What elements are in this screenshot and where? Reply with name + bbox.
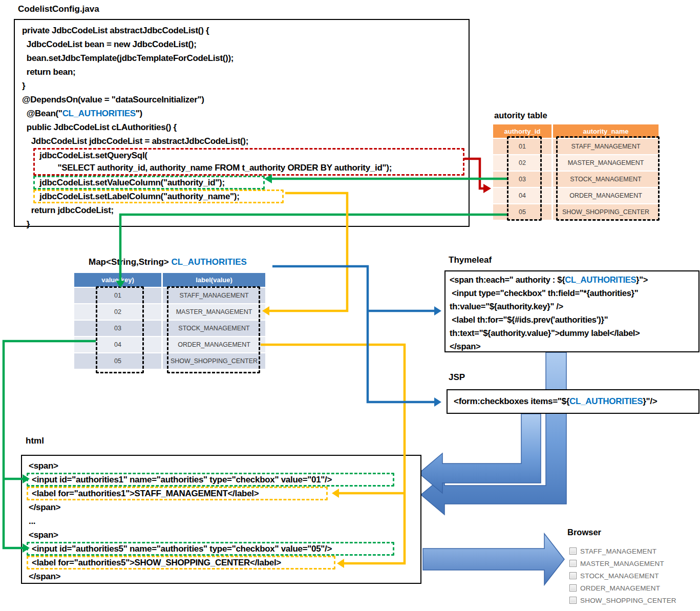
map-key-column-highlight — [96, 286, 144, 373]
codelistconfig-box: private JdbcCodeList abstractJdbcCodeLis… — [14, 19, 470, 227]
code-line: JdbcCodeList jdbcCodeList = abstractJdbc… — [22, 134, 469, 148]
label5-row: <label for="authorities5">SHOW_SHOPPING_… — [29, 556, 420, 570]
html-line: <span> — [29, 528, 420, 542]
thymeleaf-line: th:text="${authority.value}">dummy label… — [450, 326, 698, 340]
checkbox-icon[interactable] — [569, 572, 577, 579]
thymeleaf-line: <label th:for="${#ids.prev('authorities'… — [450, 313, 698, 326]
jsp-to-html-arrow — [419, 414, 541, 493]
jsp-line: <form:checkboxes items="${CL_AUTHORITIES… — [448, 390, 698, 413]
input1-highlight-box: <input id="authorities1" name="authoriti… — [27, 473, 394, 487]
diagram-canvas: CodelistConfig.java private JdbcCodeList… — [0, 0, 700, 611]
bean-ref: CL_AUTHORITIES — [569, 396, 643, 406]
html-to-browser-arrow — [423, 534, 564, 585]
html-box: <span> <input id="authorities1" name="au… — [21, 455, 421, 584]
table-header-row: value(key) label(value) — [74, 273, 265, 287]
code-line: @DependsOn(value = "dataSourceInitialize… — [22, 93, 469, 107]
checkbox-label[interactable]: ORDER_MANAGEMENT — [580, 584, 660, 592]
code-line: return bean; — [22, 65, 469, 79]
html-line: <input id="authorities5" name="authoriti… — [32, 543, 389, 554]
code-line-bean: @Bean("CL_AUTHORITIES") — [22, 107, 469, 120]
checkbox-label[interactable]: SHOW_SHOPPING_CENTER — [580, 597, 676, 604]
code-line: return jdbcCodeList; — [22, 203, 469, 217]
html-line: ... — [29, 514, 420, 528]
label-column-highlight-box: jdbcCodeList.setLabelColumn("authority_n… — [33, 189, 284, 203]
input5-highlight-box: <input id="authorities5" name="authoriti… — [27, 542, 394, 556]
code-line: } — [22, 79, 469, 93]
thymeleaf-title: Thymeleaf — [449, 255, 492, 265]
checkbox-icon[interactable] — [569, 560, 577, 567]
authority-id-column-highlight — [507, 136, 542, 221]
checkbox-icon[interactable] — [569, 547, 577, 555]
code-line: jdbcCodeList.setQuerySql( — [39, 150, 458, 162]
thymeleaf-line: <input type="checkbox" th:field="*{autho… — [450, 286, 698, 300]
map-title-bean-name: CL_AUTHORITIES — [172, 257, 247, 267]
html-line: <label for="authorities1">STAFF_MANAGEME… — [32, 488, 323, 499]
browser-title: Browser — [567, 528, 601, 537]
value-column-highlight-box: jdbcCodeList.setValueColumn("authority_i… — [33, 176, 265, 189]
list-item: STOCK_MANAGEMENT — [569, 570, 676, 582]
code-line: JdbcCodeList bean = new JdbcCodeList(); — [22, 37, 469, 51]
list-item: MASTER_MANAGEMENT — [569, 557, 676, 570]
html-title: html — [26, 436, 44, 446]
checkbox-icon[interactable] — [569, 597, 577, 604]
label1-row: <label for="authorities1">STAFF_MANAGEME… — [29, 487, 420, 500]
checkbox-label[interactable]: MASTER_MANAGEMENT — [580, 560, 664, 567]
html-line: <label for="authorities5">SHOW_SHOPPING_… — [32, 557, 330, 568]
col-header-label-value: label(value) — [163, 273, 265, 287]
map-title-type: Map<String,String> — [89, 257, 172, 267]
thymeleaf-box: <span th:each=" authority : ${CL_AUTHORI… — [444, 270, 699, 352]
list-item: STAFF_MANAGEMENT — [569, 545, 676, 557]
list-item: ORDER_MANAGEMENT — [569, 582, 676, 594]
browser-checkbox-list: STAFF_MANAGEMENT MASTER_MANAGEMENT STOCK… — [569, 545, 676, 606]
query-sql-highlight-box: jdbcCodeList.setQuerySql( "SELECT author… — [33, 148, 464, 176]
code-line: "SELECT authority_id, authority_name FRO… — [39, 162, 458, 174]
list-item: SHOW_SHOPPING_CENTER — [569, 594, 676, 606]
html-line: </span> — [29, 570, 420, 583]
thymeleaf-line: </span> — [450, 340, 698, 353]
jsp-title: JSP — [449, 372, 465, 383]
checkbox-label[interactable]: STOCK_MANAGEMENT — [580, 572, 659, 580]
jsp-box: <form:checkboxes items="${CL_AUTHORITIES… — [447, 389, 699, 414]
authority-name-column-highlight — [556, 136, 660, 221]
map-title: Map<String,String> CL_AUTHORITIES — [89, 257, 247, 267]
query-sql-row: jdbcCodeList.setQuerySql( "SELECT author… — [22, 148, 469, 176]
code-line: jdbcCodeList.setLabelColumn("authority_n… — [39, 191, 278, 202]
code-line: public JdbcCodeList cLAuthorities() { — [22, 120, 469, 134]
authority-table-title: autority table — [494, 111, 547, 120]
input5-row: <input id="authorities5" name="authoriti… — [29, 542, 420, 556]
label-column-row: jdbcCodeList.setLabelColumn("authority_n… — [22, 189, 469, 203]
map-value-column-highlight — [167, 286, 260, 373]
thymeleaf-line: <span th:each=" authority : ${CL_AUTHORI… — [450, 273, 698, 286]
checkbox-icon[interactable] — [569, 584, 577, 592]
thymeleaf-line: th:value="${authority.key}" /> — [450, 300, 698, 313]
thymeleaf-to-html-arrow — [421, 352, 566, 515]
html-line: </span> — [29, 500, 420, 514]
label5-highlight-box: <label for="authorities5">SHOW_SHOPPING_… — [27, 556, 335, 570]
code-line: bean.setJdbcTemplate(jdbcTemplateForCode… — [22, 51, 469, 65]
code-line: private JdbcCodeList abstractJdbcCodeLis… — [22, 24, 469, 37]
label1-highlight-box: <label for="authorities1">STAFF_MANAGEME… — [27, 487, 328, 500]
checkbox-label[interactable]: STAFF_MANAGEMENT — [580, 547, 656, 555]
bean-ref: CL_AUTHORITIES — [565, 275, 636, 284]
col-header-value-key: value(key) — [74, 273, 161, 287]
html-line: <span> — [29, 459, 420, 473]
code-line: } — [22, 217, 469, 231]
code-line: jdbcCodeList.setValueColumn("authority_i… — [39, 177, 259, 188]
html-line: <input id="authorities1" name="authoriti… — [32, 474, 389, 485]
bean-to-views-connector — [272, 266, 441, 407]
value-column-row: jdbcCodeList.setValueColumn("authority_i… — [22, 176, 469, 189]
bean-name: CL_AUTHORITIES — [62, 109, 136, 118]
codelistconfig-title: CodelistConfig.java — [18, 4, 99, 14]
input1-row: <input id="authorities1" name="authoriti… — [29, 473, 420, 487]
